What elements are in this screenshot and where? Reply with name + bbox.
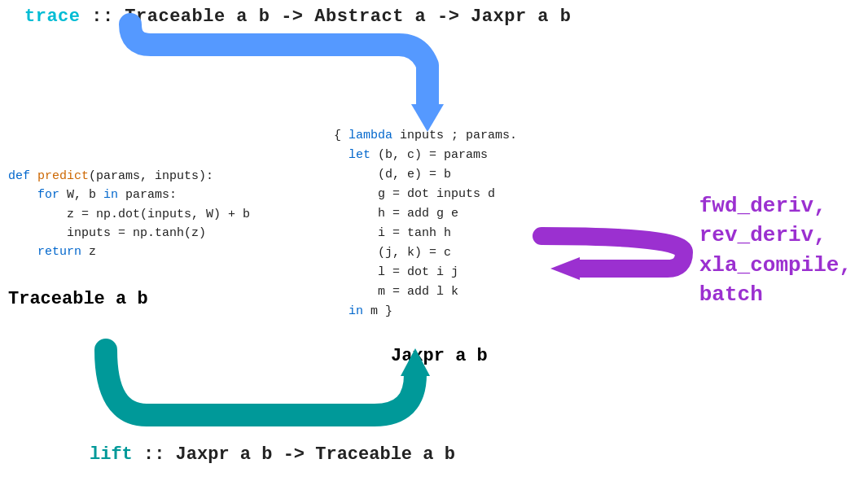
transforms-label: fwd_deriv, rev_deriv, xla_compile, batch: [699, 191, 852, 310]
code-block: def predict(params, inputs): for W, b in…: [8, 167, 250, 261]
jaxpr-line-1: let (b, c) = params: [334, 146, 517, 165]
jaxpr-line-9: in m }: [334, 302, 517, 321]
jaxpr-line-7: l = dot i j: [334, 263, 517, 282]
jaxpr-line-8: m = add l k: [334, 282, 517, 302]
jaxpr-line-3: g = dot inputs d: [334, 185, 517, 204]
jaxpr-line-2: (d, e) = b: [334, 165, 517, 185]
jaxpr-block: { lambda inputs ; params. let (b, c) = p…: [334, 126, 517, 321]
traceable-label: Traceable a b: [8, 289, 148, 309]
code-line-5: return z: [8, 243, 250, 261]
code-line-1: def predict(params, inputs):: [8, 167, 250, 186]
code-line-4: inputs = np.tanh(z): [8, 224, 250, 243]
jaxpr-line-4: h = add g e: [334, 204, 517, 224]
code-line-3: z = np.dot(inputs, W) + b: [8, 205, 250, 224]
bottom-signature: lift :: Jaxpr a b -> Traceable a b: [90, 444, 455, 465]
top-signature: trace :: Traceable a b -> Abstract a -> …: [24, 7, 571, 27]
jaxpr-line-6: (j, k) = c: [334, 243, 517, 263]
trace-keyword: trace: [24, 7, 81, 27]
jaxpr-line-5: i = tanh h: [334, 224, 517, 243]
transform-line-4: batch: [699, 280, 852, 309]
transform-line-1: fwd_deriv,: [699, 191, 852, 221]
svg-marker-1: [550, 257, 580, 280]
jaxpr-label: Jaxpr a b: [391, 346, 488, 366]
top-signature-rest: :: Traceable a b -> Abstract a -> Jaxpr …: [81, 7, 572, 27]
transform-line-3: xla_compile,: [699, 251, 852, 280]
jaxpr-line-0: { lambda inputs ; params.: [334, 126, 517, 146]
bottom-signature-rest: :: Jaxpr a b -> Traceable a b: [133, 444, 455, 465]
transform-line-2: rev_deriv,: [699, 221, 852, 250]
lift-keyword: lift: [90, 444, 133, 465]
code-line-2: for W, b in params:: [8, 186, 250, 204]
